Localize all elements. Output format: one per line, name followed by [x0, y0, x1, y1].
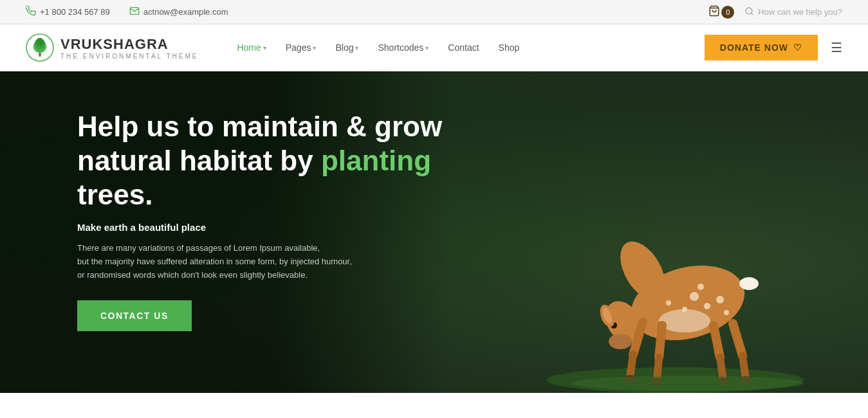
- svg-point-19: [704, 303, 710, 309]
- svg-line-33: [743, 356, 746, 379]
- nav-links: Home ▾ Pages ▾ Blog ▾ Shortcodes ▾ Conta…: [237, 42, 704, 53]
- hero-section: Help us to maintain & grow natural habit…: [0, 71, 868, 393]
- donate-button[interactable]: DONATE NOW ♡: [705, 35, 818, 60]
- email-address: actnow@example.com: [143, 7, 228, 17]
- logo-icon: [26, 33, 54, 62]
- phone-icon: [26, 6, 36, 18]
- hamburger-menu[interactable]: ☰: [831, 40, 842, 55]
- svg-line-2: [752, 13, 753, 15]
- hero-title: Help us to maintain & grow natural habit…: [77, 110, 463, 212]
- hero-subtitle: Make earth a beautiful place: [77, 222, 463, 233]
- search-area[interactable]: How can we help you?: [744, 6, 842, 18]
- nav-item-pages[interactable]: Pages ▾: [286, 42, 317, 53]
- logo[interactable]: VRUKSHAGRA The Environmental Theme: [26, 33, 198, 62]
- chevron-down-icon: ▾: [355, 44, 358, 51]
- svg-point-39: [572, 376, 804, 391]
- svg-line-28: [659, 325, 662, 358]
- hero-content: Help us to maintain & grow natural habit…: [77, 110, 463, 331]
- cart-icon: [708, 5, 720, 19]
- nav-item-shortcodes[interactable]: Shortcodes ▾: [378, 42, 429, 53]
- svg-point-38: [739, 277, 759, 290]
- svg-line-32: [733, 323, 743, 356]
- nav-item-home[interactable]: Home ▾: [237, 42, 266, 53]
- nav-item-shop[interactable]: Shop: [499, 42, 520, 53]
- topbar-contacts: +1 800 234 567 89 actnow@example.com: [26, 6, 228, 18]
- hero-title-text2: trees.: [77, 179, 152, 210]
- svg-point-23: [666, 300, 671, 305]
- svg-point-22: [697, 284, 704, 290]
- svg-point-8: [36, 38, 44, 46]
- chevron-down-icon: ▾: [425, 44, 429, 51]
- nav-item-contact[interactable]: Contact: [448, 42, 479, 53]
- chevron-down-icon: ▾: [263, 44, 266, 51]
- search-icon: [744, 6, 754, 18]
- phone-contact[interactable]: +1 800 234 567 89: [26, 6, 110, 18]
- contact-us-button[interactable]: CONTACT US: [77, 300, 192, 331]
- hero-title-green: planting: [321, 145, 431, 176]
- svg-point-24: [724, 310, 729, 315]
- svg-point-18: [690, 292, 699, 301]
- deer-illustration: [495, 84, 829, 393]
- hamburger-icon: ☰: [831, 41, 842, 55]
- svg-point-25: [659, 309, 710, 332]
- logo-text: VRUKSHAGRA The Environmental Theme: [60, 36, 198, 60]
- cart-count: 0: [721, 6, 734, 19]
- email-icon: [129, 6, 140, 18]
- navbar: VRUKSHAGRA The Environmental Theme Home …: [0, 24, 868, 71]
- svg-line-27: [630, 354, 633, 377]
- hero-body: There are many variations of passages of…: [77, 242, 412, 282]
- topbar-right: 0 How can we help you?: [708, 5, 842, 19]
- email-contact[interactable]: actnow@example.com: [129, 6, 228, 18]
- svg-line-30: [714, 325, 720, 358]
- svg-point-21: [716, 296, 724, 304]
- search-placeholder-text: How can we help you?: [758, 7, 842, 17]
- chevron-down-icon: ▾: [313, 44, 316, 51]
- brand-tagline: The Environmental Theme: [60, 53, 198, 60]
- svg-point-13: [609, 334, 632, 349]
- topbar: +1 800 234 567 89 actnow@example.com 0: [0, 0, 868, 24]
- svg-point-1: [746, 7, 752, 14]
- brand-name: VRUKSHAGRA: [60, 36, 198, 53]
- heart-icon: ♡: [793, 42, 802, 53]
- nav-item-blog[interactable]: Blog ▾: [335, 42, 358, 53]
- phone-number: +1 800 234 567 89: [40, 7, 110, 17]
- cart-area[interactable]: 0: [708, 5, 734, 19]
